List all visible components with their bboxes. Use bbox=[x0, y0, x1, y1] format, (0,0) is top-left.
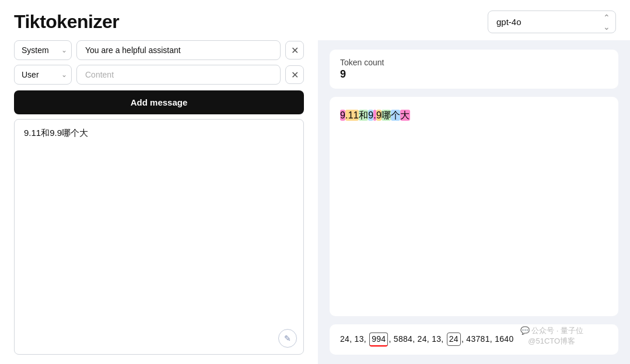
token-ids-display: 24, 13, 994, 5884, 24, 13, 24, 43781, 16… bbox=[340, 334, 513, 344]
tid-24: 24 bbox=[340, 334, 349, 344]
tid-13: 13 bbox=[355, 334, 364, 344]
system-role-select[interactable]: System User Assistant bbox=[14, 40, 72, 60]
user-content-input[interactable] bbox=[76, 65, 281, 85]
user-role-select[interactable]: User System Assistant bbox=[14, 65, 72, 85]
system-role-wrapper: System User Assistant ⌄ bbox=[14, 40, 72, 60]
tid-comma-8: , bbox=[490, 334, 495, 344]
token-3: 9 bbox=[368, 110, 373, 121]
tid-1640: 1640 bbox=[495, 334, 513, 344]
system-close-button[interactable]: ✕ bbox=[285, 41, 304, 60]
token-1: .11 bbox=[345, 110, 359, 121]
system-content-input[interactable] bbox=[76, 40, 281, 60]
token-2: 和 bbox=[359, 110, 368, 121]
token-visual-box: 9.11和9.9哪个大 bbox=[330, 97, 618, 316]
watermark-icon: 💬 公众号 · 量子位 bbox=[520, 326, 583, 336]
token-8: 大 bbox=[400, 110, 410, 121]
tid-24c: 24 bbox=[447, 332, 461, 346]
watermark-sub: @51CTO博客 bbox=[520, 336, 583, 346]
watermark: 💬 公众号 · 量子位 @51CTO博客 bbox=[520, 326, 583, 346]
tid-comma-3: , bbox=[388, 334, 393, 344]
tid-comma-2: , bbox=[364, 334, 369, 344]
model-select-wrapper: gpt-4o gpt-4 gpt-3.5-turbo text-davinci-… bbox=[488, 10, 616, 33]
token-7: 个 bbox=[391, 110, 400, 121]
token-5: 9 bbox=[376, 110, 382, 121]
user-close-button[interactable]: ✕ bbox=[285, 65, 304, 84]
tid-comma-4: , bbox=[412, 334, 417, 344]
token-count-box: Token count 9 bbox=[330, 50, 618, 89]
app-title: Tiktokenizer bbox=[14, 11, 119, 33]
model-select[interactable]: gpt-4o gpt-4 gpt-3.5-turbo text-davinci-… bbox=[488, 10, 616, 33]
user-role-wrapper: User System Assistant ⌄ bbox=[14, 65, 72, 85]
textarea-wrapper: 9.11和9.9哪个大 ✎ bbox=[14, 119, 304, 355]
main-textarea[interactable]: 9.11和9.9哪个大 bbox=[14, 119, 304, 355]
user-message-row: User System Assistant ⌄ ✕ bbox=[14, 65, 304, 85]
edit-icon-button[interactable]: ✎ bbox=[278, 329, 297, 348]
tid-994: 994 bbox=[369, 332, 388, 346]
tid-comma-6: , bbox=[441, 334, 446, 344]
watermark-text: 公众号 · 量子位 bbox=[531, 326, 583, 335]
left-panel: System User Assistant ⌄ ✕ User System As… bbox=[0, 40, 318, 364]
right-panel: Token count 9 9.11和9.9哪个大 24, 13, 994, 5… bbox=[318, 40, 630, 364]
tid-comma-1: , bbox=[349, 334, 354, 344]
token-count-label: Token count bbox=[340, 58, 608, 67]
tid-43781: 43781 bbox=[466, 334, 489, 344]
tid-comma-5: , bbox=[427, 334, 432, 344]
token-display: 9.11和9.9哪个大 bbox=[340, 107, 608, 124]
token-0: 9 bbox=[340, 110, 345, 121]
edit-icon: ✎ bbox=[284, 334, 291, 343]
add-message-button[interactable]: Add message bbox=[14, 90, 304, 114]
system-message-row: System User Assistant ⌄ ✕ bbox=[14, 40, 304, 60]
tid-13b: 13 bbox=[432, 334, 441, 344]
tid-5884: 5884 bbox=[394, 334, 412, 344]
token-count-value: 9 bbox=[340, 68, 608, 80]
tid-24b: 24 bbox=[418, 334, 427, 344]
token-6: 哪 bbox=[382, 110, 391, 121]
